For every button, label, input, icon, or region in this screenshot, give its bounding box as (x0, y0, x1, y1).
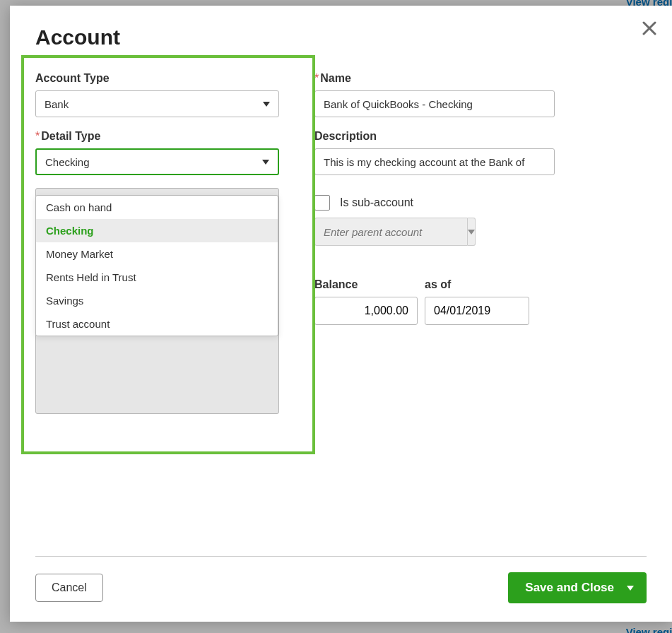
close-button[interactable] (639, 18, 659, 38)
account-type-field: Account Type Bank (35, 72, 279, 117)
detail-type-dropdown: Cash on hand Checking Money Market Rents… (35, 195, 278, 336)
modal-title: Account (35, 25, 647, 49)
left-column: Account Type Bank Detail Type Checking (35, 72, 279, 414)
account-type-select[interactable]: Bank (35, 90, 279, 117)
dropdown-item-cash-on-hand[interactable]: Cash on hand (36, 196, 278, 219)
description-label: Description (314, 130, 555, 143)
name-label: Name (314, 72, 555, 85)
sub-account-label: Is sub-account (340, 196, 413, 209)
balance-input[interactable] (314, 297, 418, 325)
account-modal: Account Account Type Bank Detail Type Ch… (10, 6, 672, 622)
modal-footer: Cancel Save and Close (35, 556, 647, 622)
description-field: Description (314, 130, 555, 175)
detail-type-value: Checking (45, 156, 90, 168)
description-input[interactable] (314, 148, 555, 175)
save-button-label: Save and Close (525, 581, 614, 595)
save-and-close-button[interactable]: Save and Close (508, 572, 647, 603)
chevron-down-icon (263, 102, 270, 107)
sub-account-checkbox[interactable] (314, 195, 330, 211)
name-input[interactable] (314, 90, 555, 117)
name-field: Name (314, 72, 555, 117)
sub-account-section: Is sub-account (314, 188, 555, 246)
chevron-down-icon (468, 230, 475, 235)
right-column: Name Description Is sub-account (314, 72, 555, 414)
parent-account-input (314, 218, 468, 246)
account-type-value: Bank (45, 98, 69, 110)
balance-label: Balance (314, 278, 418, 291)
chevron-down-icon (262, 160, 269, 165)
dropdown-item-rents-held-in-trust[interactable]: Rents Held in Trust (36, 266, 278, 289)
dropdown-item-savings[interactable]: Savings (36, 289, 278, 312)
dropdown-item-checking[interactable]: Checking (36, 219, 278, 242)
balance-section: Balance as of (314, 278, 555, 325)
cancel-button[interactable]: Cancel (35, 574, 103, 602)
asof-label: as of (425, 278, 529, 291)
modal-header: Account (10, 6, 672, 55)
detail-type-field: Detail Type Checking (35, 130, 279, 175)
detail-type-label: Detail Type (35, 130, 279, 143)
dropdown-item-money-market[interactable]: Money Market (36, 242, 278, 266)
account-type-label: Account Type (35, 72, 279, 85)
parent-account-select[interactable] (314, 218, 473, 246)
parent-account-caret[interactable] (468, 218, 476, 246)
detail-type-select[interactable]: Checking (35, 148, 279, 175)
chevron-down-icon (627, 586, 634, 591)
asof-date-input[interactable] (425, 297, 529, 325)
modal-body: Account Type Bank Detail Type Checking (10, 55, 672, 556)
dropdown-item-trust-account[interactable]: Trust account (36, 312, 278, 336)
